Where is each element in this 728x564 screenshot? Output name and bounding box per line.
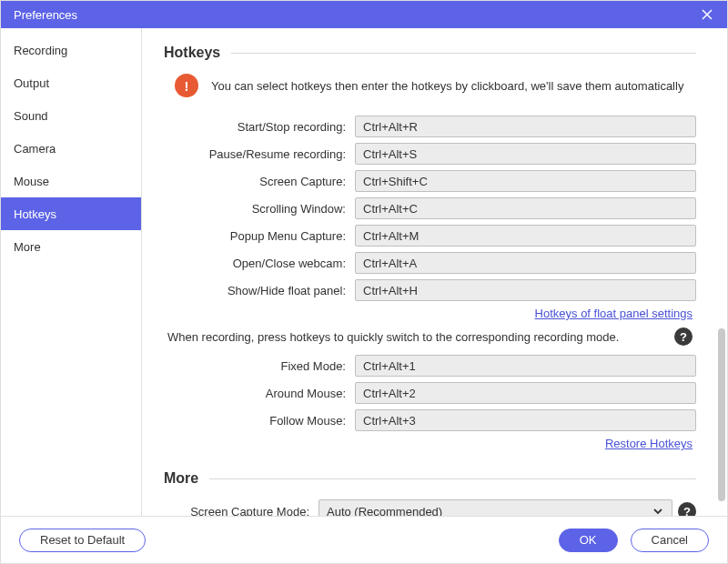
hotkey-label: Scrolling Window: [164,202,355,216]
sidebar-item-label: Mouse [14,175,49,188]
sidebar-item-camera[interactable]: Camera [1,132,141,165]
scrollbar-thumb[interactable] [718,328,725,501]
info-text: You can select hotkeys then enter the ho… [211,79,683,93]
hotkey-label: Fixed Mode: [164,359,355,373]
hotkey-input-scrolling-window[interactable]: Ctrl+Alt+C [355,197,696,219]
sidebar-item-label: Camera [14,142,56,156]
preferences-window: Preferences Recording Output Sound Camer… [0,0,728,564]
hotkey-input-popup-menu[interactable]: Ctrl+Alt+M [355,225,696,247]
sidebar-item-label: Output [14,76,49,90]
sidebar-item-mouse[interactable]: Mouse [1,165,141,197]
sidebar-item-recording[interactable]: Recording [1,34,141,66]
sidebar-item-label: Recording [14,44,67,57]
sidebar-item-more[interactable]: More [1,230,141,263]
switch-mode-note: When recording, press hotkeys to quickly… [164,330,674,344]
sidebar-item-sound[interactable]: Sound [1,99,141,132]
close-icon[interactable] [696,4,718,25]
sidebar: Recording Output Sound Camera Mouse Hotk… [1,28,142,516]
hotkey-label: Pause/Resume recording: [164,147,355,161]
main-panel: Hotkeys ! You can select hotkeys then en… [142,28,727,516]
hotkey-label: Around Mouse: [164,387,355,400]
hotkey-input-screen-capture[interactable]: Ctrl+Shift+C [355,170,696,192]
sidebar-item-label: Sound [14,109,48,123]
hotkey-input-float-panel[interactable]: Ctrl+Alt+H [355,279,696,301]
sidebar-item-label: Hotkeys [14,207,56,221]
alert-icon: ! [175,74,198,97]
screen-capture-mode-select[interactable]: Auto (Recommended) [318,499,672,516]
cancel-button[interactable]: Cancel [631,529,709,552]
float-panel-settings-link[interactable]: Hotkeys of float panel settings [535,307,693,320]
restore-hotkeys-link[interactable]: Restore Hotkeys [605,437,693,450]
ok-button[interactable]: OK [559,529,618,552]
info-banner: ! You can select hotkeys then enter the … [175,74,696,97]
help-icon[interactable]: ? [678,502,696,516]
more-label: Screen Capture Mode: [164,505,318,517]
hotkey-label: Popup Menu Capture: [164,229,355,243]
reset-to-default-button[interactable]: Reset to Default [19,529,146,552]
titlebar: Preferences [1,1,727,28]
section-heading-hotkeys: Hotkeys [164,45,696,61]
sidebar-item-hotkeys[interactable]: Hotkeys [1,197,141,230]
hotkey-label: Show/Hide float panel: [164,284,355,297]
hotkey-input-follow-mouse[interactable]: Ctrl+Alt+3 [355,409,696,431]
sidebar-item-output[interactable]: Output [1,66,141,99]
hotkey-label: Open/Close webcam: [164,257,355,270]
hotkey-input-around-mouse[interactable]: Ctrl+Alt+2 [355,382,696,404]
hotkey-input-pause-resume[interactable]: Ctrl+Alt+S [355,143,696,165]
section-heading-label: Hotkeys [164,45,220,61]
hotkey-input-webcam[interactable]: Ctrl+Alt+A [355,252,696,274]
hotkey-label: Screen Capture: [164,175,355,188]
window-title: Preferences [14,8,77,22]
hotkey-input-fixed-mode[interactable]: Ctrl+Alt+1 [355,355,696,377]
footer: Reset to Default OK Cancel [1,516,727,563]
hotkey-label: Follow Mouse: [164,414,355,428]
hotkey-input-start-stop[interactable]: Ctrl+Alt+R [355,116,696,137]
sidebar-item-label: More [14,240,41,254]
hotkey-label: Start/Stop recording: [164,120,355,134]
select-value: Auto (Recommended) [327,505,652,517]
chevron-down-icon [652,505,664,516]
help-icon[interactable]: ? [674,327,693,346]
section-heading-label: More [164,470,198,487]
section-heading-more: More [164,470,696,487]
